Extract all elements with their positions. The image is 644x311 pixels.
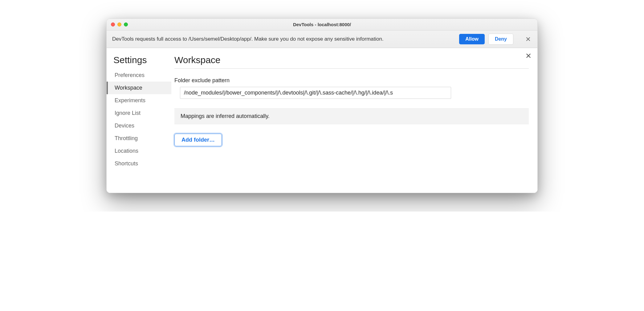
allow-button[interactable]: Allow (459, 34, 485, 44)
settings-main: Workspace Folder exclude pattern Mapping… (171, 48, 537, 193)
sidebar-item-preferences[interactable]: Preferences (107, 69, 171, 82)
close-icon (526, 37, 531, 42)
window-title: DevTools - localhost:8000/ (107, 22, 537, 27)
sidebar-item-label: Preferences (115, 72, 145, 78)
sidebar-item-experiments[interactable]: Experiments (107, 94, 171, 107)
access-infobar: DevTools requests full access to /Users/… (107, 30, 537, 48)
settings-title: Settings (107, 55, 171, 69)
sidebar-item-devices[interactable]: Devices (107, 119, 171, 132)
settings-panel: Settings Preferences Workspace Experimen… (107, 48, 537, 193)
add-folder-button[interactable]: Add folder… (174, 134, 222, 146)
sidebar-item-label: Shortcuts (115, 160, 138, 167)
sidebar-item-label: Experiments (115, 97, 145, 103)
sidebar-item-label: Ignore List (115, 110, 141, 116)
titlebar: DevTools - localhost:8000/ (107, 19, 537, 30)
sidebar-item-workspace[interactable]: Workspace (107, 82, 171, 94)
mappings-notice: Mappings are inferred automatically. (174, 108, 529, 124)
infobar-message: DevTools requests full access to /Users/… (112, 36, 459, 42)
sidebar-item-ignore-list[interactable]: Ignore List (107, 107, 171, 119)
sidebar-item-label: Devices (115, 123, 134, 129)
settings-nav: Preferences Workspace Experiments Ignore… (107, 69, 171, 170)
dismiss-infobar-button[interactable] (524, 35, 532, 43)
settings-sidebar: Settings Preferences Workspace Experimen… (107, 48, 171, 193)
devtools-window: DevTools - localhost:8000/ DevTools requ… (106, 18, 538, 193)
sidebar-item-label: Locations (115, 148, 138, 154)
sidebar-item-shortcuts[interactable]: Shortcuts (107, 157, 171, 170)
page-heading: Workspace (174, 55, 529, 69)
exclude-pattern-label: Folder exclude pattern (174, 77, 529, 84)
close-icon (526, 53, 531, 59)
infobar-actions: Allow Deny (459, 34, 532, 45)
sidebar-item-locations[interactable]: Locations (107, 145, 171, 157)
close-settings-button[interactable] (526, 53, 531, 59)
exclude-pattern-input[interactable] (180, 87, 451, 99)
deny-button[interactable]: Deny (488, 34, 513, 45)
sidebar-item-label: Workspace (115, 85, 142, 91)
sidebar-item-throttling[interactable]: Throttling (107, 132, 171, 145)
sidebar-item-label: Throttling (115, 135, 138, 141)
